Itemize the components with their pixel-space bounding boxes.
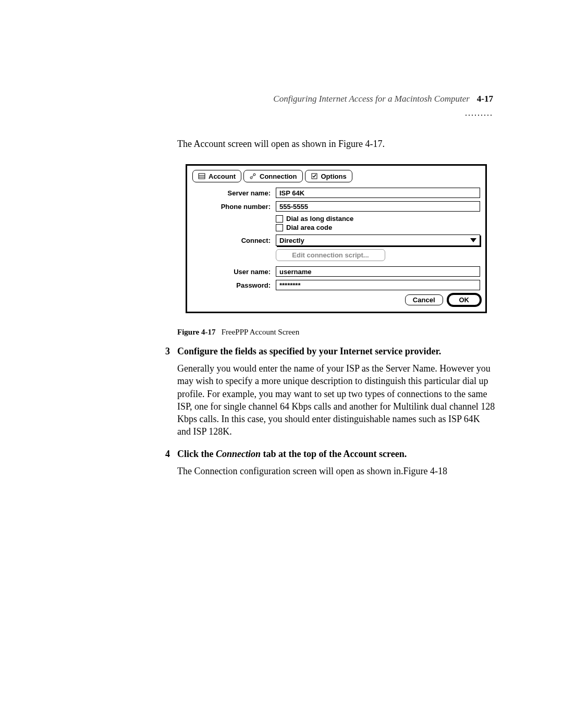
label-phone-number: Phone number:: [192, 203, 276, 211]
header-rule: .........: [177, 108, 495, 118]
step-4: 4 Click the Connection tab at the top of…: [177, 449, 495, 477]
tab-row: Account Connection Options: [192, 170, 480, 182]
options-icon: [311, 172, 318, 180]
step-3-number: 3: [160, 346, 170, 357]
figure-caption: Figure 4-17 FreePPP Account Screen: [177, 328, 495, 337]
connect-select[interactable]: Directly: [276, 235, 480, 246]
svg-line-5: [252, 176, 254, 177]
phone-number-input[interactable]: [276, 201, 480, 212]
tab-account[interactable]: Account: [192, 170, 241, 182]
tab-options-label: Options: [321, 172, 347, 180]
intro-text: The Account screen will open as shown in…: [177, 139, 495, 150]
account-dialog: Account Connection Options Server name:: [186, 164, 487, 313]
password-input[interactable]: [276, 280, 480, 290]
label-user-name: User name:: [192, 268, 276, 276]
figure-caption-text: FreePPP Account Screen: [222, 328, 299, 336]
connect-select-value: Directly: [279, 237, 304, 244]
step4-em: Connection: [216, 449, 261, 459]
figure-label: Figure 4-17: [177, 328, 215, 336]
ok-button[interactable]: OK: [448, 294, 481, 305]
tab-connection[interactable]: Connection: [243, 170, 303, 182]
cancel-button[interactable]: Cancel: [405, 294, 443, 305]
step-4-body: The Connection configuration screen will…: [177, 465, 495, 477]
step4-post: tab at the top of the Account screen.: [261, 449, 407, 459]
page-number: 4-17: [477, 94, 493, 104]
label-server-name: Server name:: [192, 189, 276, 197]
chevron-down-icon: [470, 238, 476, 242]
connection-icon: [249, 172, 256, 180]
step4-pre: Click the: [177, 449, 216, 459]
header-title: Configuring Internet Access for a Macint…: [273, 94, 470, 104]
step-3: 3 Configure the fields as specified by y…: [177, 346, 495, 438]
label-password: Password:: [192, 281, 276, 289]
checkbox-area-code-label: Dial area code: [286, 224, 332, 231]
step-3-body: Generally you would enter the name of yo…: [177, 362, 495, 438]
checkbox-long-distance[interactable]: [276, 215, 283, 223]
tab-options[interactable]: Options: [305, 170, 352, 182]
page-header: Configuring Internet Access for a Macint…: [177, 94, 495, 104]
server-name-input[interactable]: [276, 188, 480, 198]
user-name-input[interactable]: [276, 266, 480, 277]
dialog-buttons: Cancel OK: [192, 294, 480, 305]
svg-point-4: [253, 174, 255, 176]
tab-account-label: Account: [209, 172, 236, 180]
checkbox-long-distance-label: Dial as long distance: [286, 215, 353, 223]
dial-options: Dial as long distance Dial area code: [276, 215, 480, 231]
step-4-number: 4: [160, 449, 170, 460]
svg-point-3: [250, 177, 252, 179]
account-icon: [198, 172, 205, 180]
checkbox-area-code[interactable]: [276, 224, 283, 231]
tab-connection-label: Connection: [260, 172, 297, 180]
label-connect: Connect:: [192, 237, 276, 244]
step-4-heading: Click the Connection tab at the top of t…: [177, 449, 407, 460]
document-page: Configuring Internet Access for a Macint…: [0, 0, 563, 477]
svg-rect-0: [199, 174, 205, 179]
edit-connection-script-button[interactable]: Edit connection script...: [276, 249, 385, 261]
step-3-heading: Configure the fields as specified by you…: [177, 346, 441, 357]
